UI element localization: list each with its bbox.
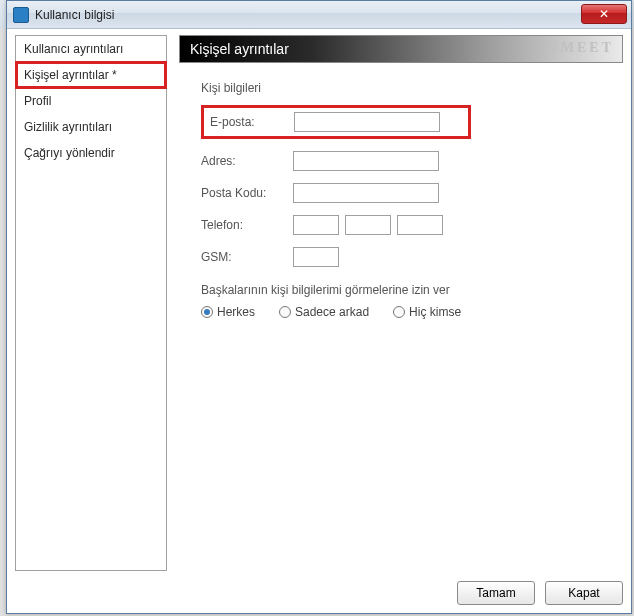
- sidenav-item-privacy[interactable]: Gizlilik ayrıntıları: [16, 114, 166, 140]
- titlebar: Kullanıcı bilgisi ✕: [7, 1, 631, 29]
- email-label: E-posta:: [210, 115, 294, 129]
- phone-field-3[interactable]: [397, 215, 443, 235]
- radio-label: Sadece arkad: [295, 305, 369, 319]
- content-title: Kişişel ayrıntılar: [190, 41, 289, 57]
- app-icon: [13, 7, 29, 23]
- contact-info-heading: Kişi bilgileri: [201, 81, 623, 95]
- address-label: Adres:: [201, 154, 293, 168]
- phone-label: Telefon:: [201, 218, 293, 232]
- close-button[interactable]: Kapat: [545, 581, 623, 605]
- address-field[interactable]: [293, 151, 439, 171]
- sidenav-item-user-details[interactable]: Kullanıcı ayrıntıları: [16, 36, 166, 62]
- phone-field-2[interactable]: [345, 215, 391, 235]
- sidenav-item-forward-call[interactable]: Çağrıyı yönlendir: [16, 140, 166, 166]
- radio-icon: [393, 306, 405, 318]
- content-header: Kişişel ayrıntılar VMEET: [179, 35, 623, 63]
- phone-field-1[interactable]: [293, 215, 339, 235]
- ok-button[interactable]: Tamam: [457, 581, 535, 605]
- email-field[interactable]: [294, 112, 440, 132]
- radio-friends-only[interactable]: Sadece arkad: [279, 305, 369, 319]
- postal-label: Posta Kodu:: [201, 186, 293, 200]
- radio-nobody[interactable]: Hiç kimse: [393, 305, 461, 319]
- radio-label: Hiç kimse: [409, 305, 461, 319]
- radio-label: Herkes: [217, 305, 255, 319]
- email-row-highlight: E-posta:: [201, 105, 471, 139]
- close-icon: ✕: [599, 7, 609, 21]
- postal-field[interactable]: [293, 183, 439, 203]
- window-close-button[interactable]: ✕: [581, 4, 627, 24]
- window-title: Kullanıcı bilgisi: [35, 8, 114, 22]
- brand-label: VMEET: [548, 40, 614, 56]
- close-button-label: Kapat: [568, 586, 599, 600]
- radio-everyone[interactable]: Herkes: [201, 305, 255, 319]
- sidenav-item-personal-details[interactable]: Kişişel ayrıntılar *: [16, 62, 166, 88]
- side-nav: Kullanıcı ayrıntıları Kişişel ayrıntılar…: [15, 35, 167, 571]
- sidenav-item-profile[interactable]: Profil: [16, 88, 166, 114]
- gsm-field[interactable]: [293, 247, 339, 267]
- permissions-heading: Başkalarının kişi bilgilerimi görmelerin…: [201, 283, 623, 297]
- radio-icon: [201, 306, 213, 318]
- ok-button-label: Tamam: [476, 586, 515, 600]
- dialog-footer: Tamam Kapat: [15, 581, 623, 605]
- permissions-radio-group: Herkes Sadece arkad Hiç kimse: [201, 305, 623, 319]
- main-pane: Kişişel ayrıntılar VMEET Kişi bilgileri …: [179, 35, 623, 571]
- radio-icon: [279, 306, 291, 318]
- dialog-window: Kullanıcı bilgisi ✕ Kullanıcı ayrıntılar…: [6, 0, 632, 614]
- gsm-label: GSM:: [201, 250, 293, 264]
